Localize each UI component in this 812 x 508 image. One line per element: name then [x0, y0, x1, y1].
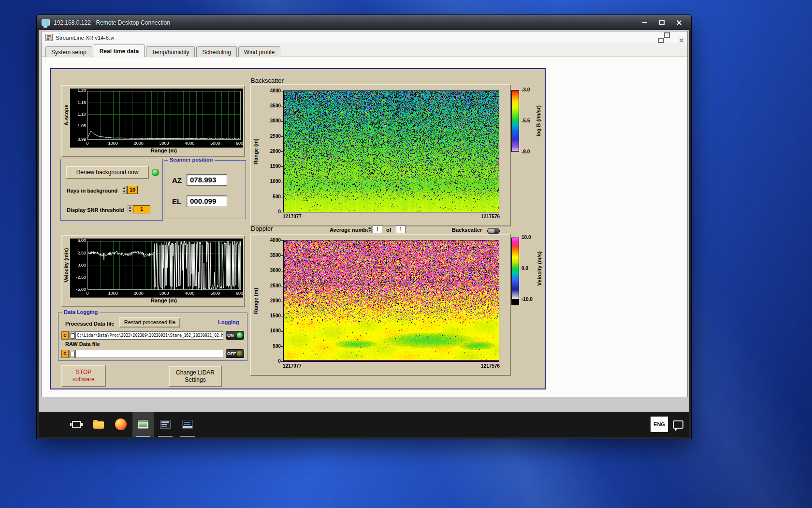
streamline-app-window: StreamLine XR v14-6.vi System setup Real… — [41, 31, 688, 397]
backscatter-colorbar-canvas — [511, 90, 519, 152]
streamline-app-button[interactable] — [132, 412, 154, 437]
rdp-titlebar[interactable]: 192.168.0.122 - Remote Desktop Connectio… — [37, 15, 691, 30]
tab-label: Scheduling — [202, 49, 231, 56]
stop-label-line2: software — [72, 376, 94, 383]
scan-scheduler-button[interactable] — [155, 412, 176, 437]
app-titlebar[interactable]: StreamLine XR v14-6.vi — [42, 31, 687, 44]
file-explorer-button[interactable] — [88, 412, 109, 437]
firefox-icon — [115, 418, 127, 430]
processed-browse-icon[interactable] — [69, 331, 75, 340]
logging-label: Logging — [218, 319, 239, 325]
snr-spinner[interactable] — [128, 205, 132, 213]
raw-data-file-label: RAW Data file — [65, 341, 100, 347]
raw-drive-chip[interactable]: C — [61, 350, 69, 358]
rays-spinner[interactable] — [122, 186, 127, 194]
elevation-label: EL — [172, 197, 181, 206]
backscatter-colorbar-label: log B (/m/sr) — [536, 105, 541, 136]
processed-data-file-label: Processed Data file — [65, 321, 115, 327]
change-settings-line2: Settings — [185, 376, 205, 384]
maximize-icon — [659, 20, 665, 25]
scanner-position-box: Scanner position AZ 078.993 EL 000.099 — [164, 160, 246, 219]
doppler-colorbar-underflow — [511, 299, 519, 305]
azimuth-label: AZ — [172, 176, 182, 184]
close-icon — [676, 20, 682, 26]
raw-path-field[interactable] — [75, 350, 223, 358]
restart-processed-file-label: Restart processed file — [124, 319, 175, 326]
background-controls-box: Renew background now Rays in background … — [60, 159, 163, 221]
rdp-close-button[interactable] — [672, 18, 686, 28]
change-settings-line1: Change LiDAR — [176, 369, 215, 376]
rays-in-background-label: Rays in background — [67, 188, 117, 194]
task-view-icon — [72, 421, 81, 428]
terminal-icon — [182, 420, 193, 429]
colorbar-tick: 0.0 — [522, 266, 528, 271]
doppler-colorbar-canvas — [511, 238, 519, 299]
tab-label: Real time data — [100, 48, 139, 55]
data-logging-title: Data Logging — [62, 309, 100, 315]
azimuth-value: 078.993 — [187, 174, 227, 186]
processed-logging-toggle[interactable]: ON — [226, 331, 244, 340]
labview-vi-icon — [45, 34, 53, 41]
processed-path-field[interactable]: C:\Lidar\Data\Proc\2023\202309\20230921\… — [75, 331, 223, 340]
scanner-position-title: Scanner position — [168, 157, 215, 163]
average-count-value[interactable]: 1 — [396, 225, 406, 233]
rays-in-background-input[interactable]: 10 — [127, 186, 138, 194]
logging-off-led — [237, 351, 243, 357]
language-indicator[interactable]: ENG — [651, 417, 668, 432]
a-scope-y-axis-label: A-scope — [63, 105, 69, 125]
colorbar-tick: 10.0 — [522, 235, 531, 240]
doppler-y-axis-label: Range (m) — [253, 288, 259, 314]
doppler-colorbar-label: Velocity (m/s) — [536, 252, 542, 286]
doppler-canvas — [261, 237, 500, 371]
backscatter-y-axis-label: Range (m) — [253, 138, 259, 164]
stop-software-button[interactable]: STOP software — [61, 365, 106, 387]
colorbar-tick: -10.0 — [522, 297, 533, 302]
of-label: of — [386, 227, 391, 233]
colorbar-tick: -3.0 — [522, 87, 530, 92]
tab-scheduling[interactable]: Scheduling — [196, 46, 236, 57]
colorbar-tick: -8.0 — [522, 149, 530, 154]
tab-wind-profile[interactable]: Wind profile — [238, 46, 280, 57]
tab-temp-humidity[interactable]: Temp/humidity — [146, 46, 195, 57]
a-scope-canvas — [70, 89, 243, 148]
backscatter-section-title: Backscatter — [251, 77, 284, 84]
snr-threshold-label: Display SNR threshold — [67, 207, 124, 213]
doppler-section-title: Doppler — [251, 225, 273, 232]
chat-icon — [673, 420, 683, 429]
processed-drive-chip[interactable]: C — [61, 331, 69, 340]
average-number-spinner[interactable] — [368, 225, 372, 233]
doppler-colorbar: 10.00.0-10.0 Velocity (m/s) — [511, 236, 547, 309]
app-window-icon — [138, 420, 148, 429]
rdp-minimize-button[interactable] — [637, 18, 652, 28]
change-lidar-settings-button[interactable]: Change LiDAR Settings — [169, 366, 222, 387]
raw-logging-toggle[interactable]: OFF — [226, 349, 244, 358]
average-number-input[interactable]: 1 — [373, 225, 382, 233]
restart-processed-file-button[interactable]: Restart processed file — [119, 317, 180, 328]
terminal-app-button[interactable] — [177, 412, 198, 437]
firefox-button[interactable] — [110, 412, 131, 437]
renew-background-button[interactable]: Renew background now — [66, 166, 149, 179]
average-number-label: Average number — [330, 227, 371, 233]
tab-label: Wind profile — [244, 49, 275, 56]
colorbar-tick: -5.5 — [522, 118, 530, 123]
scan-scheduler-icon — [160, 420, 171, 429]
snr-threshold-input[interactable]: 1 — [133, 205, 150, 213]
backscatter-toggle-label: Backscatter — [452, 227, 482, 233]
stop-label-line1: STOP — [76, 369, 91, 376]
on-label: ON — [227, 333, 234, 338]
velocity-graph: Velocity (m/s) Range (m) — [61, 235, 245, 307]
tab-real-time-data[interactable]: Real time data — [94, 45, 145, 57]
raw-browse-icon[interactable] — [69, 350, 75, 358]
velocity-canvas — [70, 239, 243, 298]
backscatter-graph: Range (m) — [250, 84, 511, 226]
tab-bar: System setup Real time data Temp/humidit… — [42, 44, 687, 57]
task-view-button[interactable] — [66, 412, 87, 437]
tab-system-setup[interactable]: System setup — [45, 46, 92, 57]
notifications-button[interactable] — [673, 420, 683, 429]
remote-desktop-icon — [42, 19, 50, 26]
rdp-maximize-button[interactable] — [654, 18, 669, 28]
a-scope-x-axis-label: Range (m) — [87, 148, 240, 153]
rdp-window: 192.168.0.122 - Remote Desktop Connectio… — [36, 15, 692, 439]
off-label: OFF — [227, 351, 236, 356]
renew-background-label: Renew background now — [76, 169, 139, 176]
